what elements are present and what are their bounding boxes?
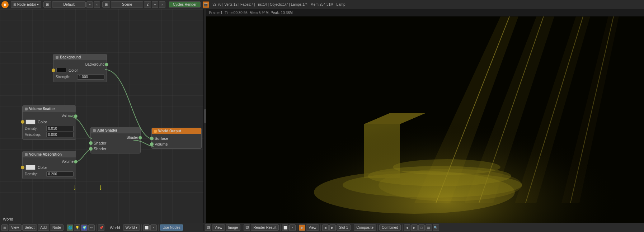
scene-num[interactable]: 2 bbox=[144, 1, 151, 8]
volume-scatter-node[interactable]: Volume Scatter Volume Color Density: 0.0… bbox=[22, 105, 76, 140]
world-output-surface-label: Surface bbox=[155, 136, 168, 141]
render-time: Time:00:30.95 bbox=[225, 11, 248, 15]
volume-scatter-output-socket bbox=[74, 114, 77, 118]
editor-type-button[interactable]: ⊞ Node Editor ▾ bbox=[11, 1, 41, 8]
layout-icon[interactable]: ⊞ bbox=[43, 1, 51, 8]
volume-scatter-output-row: Volume bbox=[23, 113, 76, 119]
volume-absorption-density-input[interactable]: 0.200 bbox=[46, 171, 74, 177]
separator-6 bbox=[242, 224, 242, 231]
background-color-swatch[interactable] bbox=[56, 68, 66, 73]
world-output-title: World Output bbox=[158, 129, 181, 133]
composite-selector[interactable]: Composite bbox=[354, 224, 376, 231]
next-frame-icon[interactable]: ▶ bbox=[329, 224, 336, 231]
top-menu-bar: B ⊞ Node Editor ▾ ⊞ Default + × ⊞ Scene … bbox=[0, 0, 644, 9]
volume-scatter-color-swatch[interactable] bbox=[25, 119, 36, 124]
background-color-label: Color bbox=[69, 68, 78, 72]
node-menu[interactable]: Node bbox=[50, 224, 64, 231]
node-editor-type-icon[interactable]: ⊞ bbox=[1, 224, 8, 231]
world-selector[interactable]: World ▾ bbox=[123, 224, 140, 231]
background-strength-row: Strength: 1.000 bbox=[56, 74, 104, 80]
image-icon[interactable]: 🖼 bbox=[244, 224, 250, 231]
volume-absorption-dot bbox=[25, 153, 28, 156]
background-color-input-socket bbox=[52, 68, 55, 72]
volume-scatter-output-label: Volume bbox=[62, 114, 74, 118]
view-menu[interactable]: View bbox=[9, 224, 22, 231]
volume-absorption-color-socket bbox=[21, 166, 24, 169]
image-menu[interactable]: Image bbox=[226, 224, 241, 231]
arrow-indicator-2: ↓ bbox=[99, 183, 103, 192]
volume-scatter-dot bbox=[25, 108, 28, 110]
material-icon[interactable]: 🌐 bbox=[67, 224, 73, 231]
volume-absorption-color-swatch[interactable] bbox=[25, 165, 36, 170]
add-shader-node[interactable]: Add Shader Shader Shader Shader bbox=[90, 127, 141, 153]
render-frame: Frame:1 bbox=[209, 11, 222, 15]
lamp-icon[interactable]: 💡 bbox=[74, 224, 80, 231]
render-btn[interactable]: ▶ bbox=[299, 224, 305, 231]
background-output-row: Background bbox=[53, 62, 107, 67]
world-icon[interactable]: 🌍 bbox=[81, 224, 88, 231]
render-result-selector[interactable]: Render Result bbox=[251, 224, 279, 231]
add-menu[interactable]: Add bbox=[38, 224, 49, 231]
linestyle-icon[interactable]: ✏ bbox=[88, 224, 95, 231]
volume-scatter-color-socket bbox=[21, 120, 24, 124]
separator-11 bbox=[377, 224, 378, 231]
volume-scatter-density-input[interactable]: 0.010 bbox=[46, 126, 74, 131]
separator-12 bbox=[402, 224, 403, 231]
layout-add[interactable]: + bbox=[86, 1, 93, 8]
background-strength-input[interactable]: 1.000 bbox=[77, 74, 104, 80]
combined-selector[interactable]: Combined bbox=[379, 224, 401, 231]
render-mem: Mem:5.94M, Peak: 10.38M bbox=[250, 11, 293, 15]
render-icon[interactable]: 🎬 bbox=[203, 1, 209, 8]
world-output-dot bbox=[154, 130, 157, 133]
layout-name[interactable]: Default bbox=[52, 1, 86, 8]
volume-absorption-density-row: Density: 0.200 bbox=[25, 171, 74, 177]
scene-add[interactable]: + bbox=[152, 1, 158, 8]
scene-close[interactable]: × bbox=[159, 1, 165, 8]
slot-selector[interactable]: Slot 1 bbox=[337, 224, 351, 231]
scene-icon[interactable]: ⊞ bbox=[102, 1, 110, 8]
separator-5 bbox=[158, 224, 159, 231]
volume-scatter-density-row: Density: 0.010 bbox=[25, 126, 74, 131]
volume-scatter-body: Volume Color Density: 0.010 Anisotrop: 0… bbox=[23, 112, 76, 139]
add-shader-title: Add Shader bbox=[97, 128, 117, 132]
maximize-right-icon[interactable]: ⬜ bbox=[282, 224, 288, 231]
render-info-bar: Frame:1 Time:00:30.95 Mem:5.94M, Peak: 1… bbox=[206, 9, 644, 16]
vertical-splitter[interactable] bbox=[203, 9, 206, 223]
scene-name[interactable]: Scene bbox=[111, 1, 143, 8]
volume-scatter-color-row: Color bbox=[23, 119, 76, 125]
background-node-dot bbox=[56, 56, 58, 59]
image-editor-type-icon[interactable]: 🖼 bbox=[205, 224, 211, 231]
pin-icon[interactable]: 📌 bbox=[98, 224, 104, 231]
volume-absorption-node[interactable]: Volume Absorption Volume Color Density: … bbox=[22, 151, 76, 179]
world-output-node[interactable]: World Output Surface Volume bbox=[151, 128, 202, 149]
zoom-icon[interactable]: 🔍 bbox=[433, 224, 439, 231]
select-menu[interactable]: Select bbox=[22, 224, 37, 231]
world-footer-label: World bbox=[3, 217, 13, 221]
view-menu-right[interactable]: View bbox=[212, 224, 225, 231]
channels-icon[interactable]: ▦ bbox=[426, 224, 432, 231]
display-mode-icon[interactable]: □ bbox=[418, 224, 425, 231]
add-shader-output-row: Shader bbox=[91, 135, 140, 140]
volume-scatter-aniso-input[interactable]: 0.000 bbox=[46, 132, 74, 137]
volume-absorption-header: Volume Absorption bbox=[23, 151, 76, 157]
maximize-icon[interactable]: ⬜ bbox=[143, 224, 150, 231]
volume-absorption-output-socket bbox=[74, 160, 77, 164]
render-view-panel[interactable]: Frame:1 Time:00:30.95 Mem:5.94M, Peak: 1… bbox=[206, 9, 644, 223]
use-nodes-toggle[interactable]: Use Nodes bbox=[160, 224, 183, 231]
render-engine-button[interactable]: Cycles Render bbox=[169, 1, 201, 8]
color-right-icon[interactable]: ▶ bbox=[411, 224, 418, 231]
color-left-icon[interactable]: ◀ bbox=[404, 224, 410, 231]
world-output-surface-socket bbox=[150, 137, 154, 140]
add-shader-output-label: Shader bbox=[127, 136, 138, 139]
volume-absorption-density-label: Density: bbox=[25, 172, 46, 176]
node-editor-panel[interactable]: Background Background Color Strength: 1.… bbox=[0, 9, 203, 223]
close-right-icon[interactable]: × bbox=[289, 224, 296, 231]
view-btn-right[interactable]: View bbox=[306, 224, 319, 231]
background-node[interactable]: Background Background Color Strength: 1.… bbox=[53, 54, 107, 82]
layout-close[interactable]: × bbox=[94, 1, 100, 8]
world-label: World bbox=[108, 226, 122, 230]
add-shader-input1-socket bbox=[89, 141, 93, 145]
prev-frame-icon[interactable]: ◀ bbox=[322, 224, 329, 231]
add-shader-output-socket bbox=[138, 136, 142, 139]
close-editor-icon[interactable]: × bbox=[150, 224, 157, 231]
